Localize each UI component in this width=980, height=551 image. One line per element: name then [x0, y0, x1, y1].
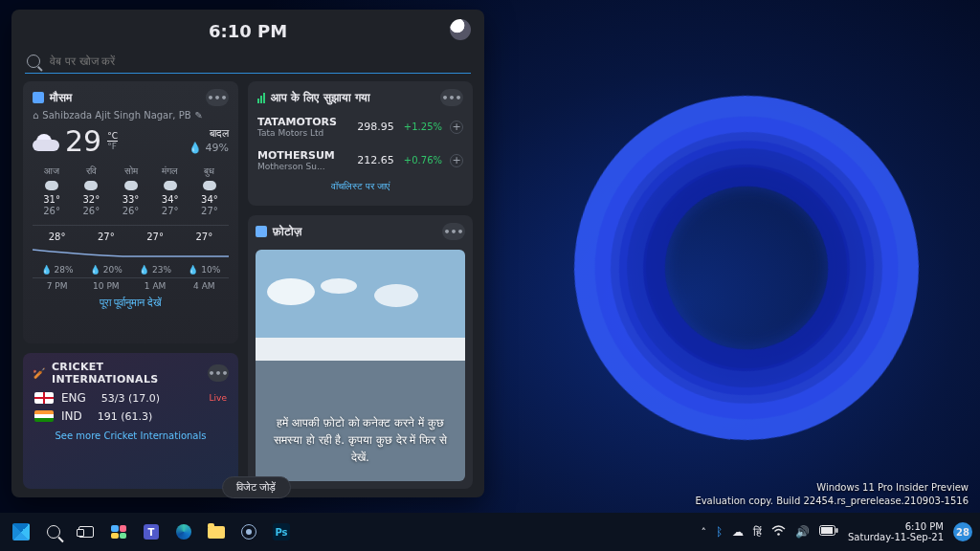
photos-placeholder-image: हमें आपकी फ़ोटो को कनेक्ट करने में कुछ स…	[256, 250, 465, 481]
edit-pencil-icon[interactable]: ✎	[195, 110, 203, 121]
weather-condition-icon	[164, 181, 177, 190]
cricket-card[interactable]: 🏏 CRICKET INTERNATIONALS ••• ENG53/3 (17…	[23, 353, 238, 489]
suggestions-card[interactable]: आप के लिए सुझाया गया ••• TATAMOTORSTata …	[248, 81, 473, 206]
search-input[interactable]	[48, 54, 469, 69]
svg-rect-3	[821, 527, 833, 534]
weather-title: मौसम	[50, 91, 72, 104]
user-avatar[interactable]	[450, 19, 471, 40]
photoshop-icon: Ps	[273, 523, 290, 540]
cricket-more-link[interactable]: See more Cricket Internationals	[33, 430, 229, 441]
flag-icon	[34, 410, 54, 422]
weather-condition-icon	[203, 181, 216, 190]
bluetooth-icon[interactable]: ᛒ	[716, 525, 723, 539]
cloud-icon	[33, 132, 61, 151]
cricket-icon: 🏏	[33, 367, 46, 380]
current-condition: बादल 💧 49%	[189, 127, 229, 155]
taskbar-search-button[interactable]	[42, 520, 65, 543]
teams-chat-button[interactable]	[140, 520, 163, 543]
forecast-day[interactable]: मंगल34°27°	[151, 165, 189, 217]
show-hidden-icons-button[interactable]: ˄	[701, 526, 706, 539]
onedrive-icon[interactable]: ☁	[732, 525, 744, 539]
add-stock-button[interactable]: +	[450, 154, 463, 167]
current-temp: 29	[65, 124, 101, 158]
photoshop-button[interactable]: Ps	[270, 520, 293, 543]
widgets-panel: 6:10 PM मौसम ••• ⌂ Sahibzada Ajit Singh …	[11, 10, 484, 497]
forecast-day[interactable]: बुध34°27°	[190, 165, 229, 217]
weather-condition-icon	[45, 181, 58, 190]
photos-title: फ़ोटोज़	[273, 225, 301, 238]
weather-more-button[interactable]: •••	[206, 89, 229, 106]
taskbar: Ps ˄ ᛒ ☁ हिं 🔊 6:10 PM Saturday-11-Sep-2…	[0, 513, 980, 551]
flag-icon	[34, 392, 54, 404]
volume-icon[interactable]: 🔊	[795, 525, 810, 539]
watchlist-link[interactable]: वॉचलिस्ट पर जाएं	[257, 181, 463, 192]
settings-button[interactable]	[237, 520, 260, 543]
suggestions-title: आप के लिए सुझाया गया	[271, 91, 370, 104]
battery-icon[interactable]	[819, 525, 838, 539]
weather-condition-icon	[84, 181, 98, 190]
suggestions-more-button[interactable]: •••	[440, 89, 463, 106]
weather-condition-icon	[124, 181, 138, 190]
wifi-icon[interactable]	[771, 525, 786, 540]
folder-icon	[208, 526, 225, 539]
edge-icon	[176, 524, 191, 540]
widgets-button[interactable]	[107, 520, 130, 543]
start-button[interactable]	[10, 520, 33, 543]
add-widget-button[interactable]: विजेट जोड़ें	[222, 476, 291, 498]
stock-row[interactable]: MOTHERSUMMotherson Su... 212.65 +0.76% +	[257, 143, 463, 177]
language-indicator[interactable]: हिं	[753, 525, 762, 539]
stock-row[interactable]: TATAMOTORSTata Motors Ltd 298.95 +1.25% …	[257, 110, 463, 143]
notification-badge[interactable]: 28	[953, 522, 972, 541]
weather-app-icon	[33, 92, 44, 103]
svg-point-0	[777, 533, 780, 536]
photos-more-button[interactable]: •••	[442, 223, 465, 240]
photos-app-icon	[256, 226, 267, 237]
photos-card[interactable]: फ़ोटोज़ ••• हमें आपकी फ़ोटो को कनेक्ट कर…	[248, 215, 473, 489]
weather-location[interactable]: ⌂ Sahibzada Ajit Singh Nagar, PB ✎	[33, 110, 229, 121]
location-pin-icon: ⌂	[33, 110, 38, 121]
photos-error-message: हमें आपकी फ़ोटो को कनेक्ट करने में कुछ स…	[269, 414, 452, 466]
team-row: IND191 (61.3)	[34, 409, 227, 423]
add-stock-button[interactable]: +	[450, 121, 463, 134]
stocks-icon	[257, 93, 265, 103]
forecast-day[interactable]: रवि32°26°	[72, 165, 110, 217]
insider-watermark: Windows 11 Pro Insider Preview Evaluatio…	[695, 481, 969, 507]
temp-units[interactable]: °C°F	[107, 131, 118, 152]
cricket-more-button[interactable]: •••	[208, 364, 229, 382]
system-tray: ˄ ᛒ ☁ हिं 🔊 6:10 PM Saturday-11-Sep-21 2…	[701, 521, 972, 543]
task-view-button[interactable]	[75, 520, 98, 543]
search-icon	[47, 525, 60, 539]
search-bar[interactable]	[25, 50, 471, 74]
svg-rect-2	[835, 528, 837, 533]
widgets-icon	[111, 525, 126, 539]
task-view-icon	[78, 526, 94, 538]
forecast-day[interactable]: आज31°26°	[33, 165, 71, 217]
teams-icon	[144, 524, 159, 540]
weather-card[interactable]: मौसम ••• ⌂ Sahibzada Ajit Singh Nagar, P…	[23, 81, 238, 343]
forecast-day[interactable]: सोम33°26°	[111, 165, 149, 217]
gear-icon	[241, 524, 256, 540]
edge-button[interactable]	[172, 520, 195, 543]
forecast-link[interactable]: पूरा पूर्वानुमान देखें	[33, 297, 229, 309]
file-explorer-button[interactable]	[205, 520, 228, 543]
team-row: ENG53/3 (17.0) Live	[34, 391, 227, 405]
search-icon	[27, 55, 40, 68]
panel-time: 6:10 PM	[209, 21, 287, 41]
taskbar-clock[interactable]: 6:10 PM Saturday-11-Sep-21	[848, 521, 944, 543]
live-badge: Live	[210, 393, 227, 403]
cricket-title: CRICKET INTERNATIONALS	[52, 361, 202, 386]
